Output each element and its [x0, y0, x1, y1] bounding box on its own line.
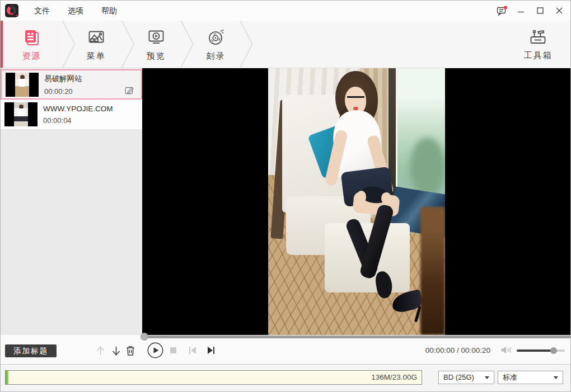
menu-file[interactable]: 文件: [25, 1, 59, 21]
transport-bar: 添加标题 00:00:00 / 00:00:20: [1, 335, 570, 364]
add-title-button[interactable]: 添加标题: [5, 344, 57, 357]
menu-options[interactable]: 选项: [59, 1, 92, 21]
volume-handle[interactable]: [550, 347, 557, 354]
video-thumbnail: [6, 73, 39, 97]
item-meta: 易破解网站 00:00:20: [44, 74, 82, 96]
delete-icon[interactable]: [125, 345, 136, 356]
seek-bar[interactable]: [142, 336, 570, 338]
app-window: { "colors": { "accent": "#f2506b", "acti…: [0, 0, 571, 392]
video-frame: [268, 68, 445, 335]
video-preview-area: [142, 68, 570, 335]
item-duration: 00:00:20: [44, 87, 82, 96]
documents-icon: [22, 27, 41, 48]
volume-fill: [517, 350, 554, 352]
item-duration: 00:00:04: [43, 116, 113, 125]
edit-icon[interactable]: [124, 85, 134, 95]
quality-select[interactable]: 标准: [498, 371, 563, 384]
move-up-icon[interactable]: [95, 345, 106, 356]
monitor-play-icon: [146, 27, 166, 48]
chevron-down-icon: [485, 376, 489, 379]
window-controls: [494, 1, 567, 21]
tab-menu-label: 菜单: [87, 51, 106, 62]
play-icon[interactable]: [147, 342, 163, 358]
burn-disc-icon: [206, 27, 226, 48]
tab-menu[interactable]: 菜单: [66, 21, 126, 68]
close-button[interactable]: [551, 3, 567, 18]
maximize-button[interactable]: [532, 3, 548, 18]
main-area: 易破解网站 00:00:20 WWW.YPOJIE.COM 00:00:04: [1, 68, 570, 335]
feedback-bubble-icon[interactable]: [494, 3, 510, 18]
move-down-icon[interactable]: [110, 345, 121, 356]
capacity-text: 136M/23.00G: [371, 371, 417, 384]
tab-resources-label: 资源: [22, 51, 41, 62]
playlist-item-1[interactable]: 易破解网站 00:00:20: [1, 69, 142, 100]
toolbox-label: 工具箱: [524, 50, 553, 61]
title-bar: 文件 选项 帮助: [1, 1, 570, 21]
volume-icon[interactable]: [500, 346, 512, 355]
step-tab-bar: 资源 菜单 预览: [1, 21, 570, 68]
tab-burn-label: 刻录: [207, 51, 226, 62]
toolbox-button[interactable]: 工具箱: [510, 21, 566, 68]
capacity-bar: 136M/23.00G: [5, 370, 422, 385]
disc-type-select[interactable]: BD (25G): [438, 371, 494, 384]
status-bar: 136M/23.00G BD (25G) 标准: [1, 364, 570, 392]
previous-icon[interactable]: [188, 346, 197, 355]
seek-handle[interactable]: [141, 333, 148, 341]
time-display: 00:00:00 / 00:00:20: [425, 346, 490, 355]
tab-preview[interactable]: 预览: [126, 21, 186, 68]
volume-slider[interactable]: [517, 350, 565, 352]
item-title: 易破解网站: [44, 74, 82, 84]
chevron-down-icon: [554, 376, 558, 379]
tab-preview-label: 预览: [147, 51, 166, 62]
item-title: WWW.YPOJIE.COM: [43, 105, 113, 113]
tab-resources[interactable]: 资源: [1, 21, 60, 68]
item-meta: WWW.YPOJIE.COM 00:00:04: [43, 105, 113, 125]
minimize-button[interactable]: [513, 3, 529, 18]
toolbox-icon: [528, 27, 548, 48]
next-icon[interactable]: [207, 346, 216, 355]
disc-type-value: BD (25G): [443, 371, 474, 384]
tab-burn[interactable]: 刻录: [186, 21, 246, 68]
video-thumbnail: [4, 102, 38, 126]
menu-bar: 文件 选项 帮助: [25, 1, 126, 21]
menu-help[interactable]: 帮助: [92, 1, 126, 21]
quality-value: 标准: [503, 371, 517, 384]
app-logo-icon: [5, 4, 18, 17]
stop-icon[interactable]: [170, 347, 176, 353]
capacity-fill: [6, 371, 8, 384]
playlist-item-2[interactable]: WWW.YPOJIE.COM 00:00:04: [1, 100, 142, 130]
menu-template-icon: [86, 27, 106, 48]
playlist-sidebar: 易破解网站 00:00:20 WWW.YPOJIE.COM 00:00:04: [1, 68, 142, 335]
